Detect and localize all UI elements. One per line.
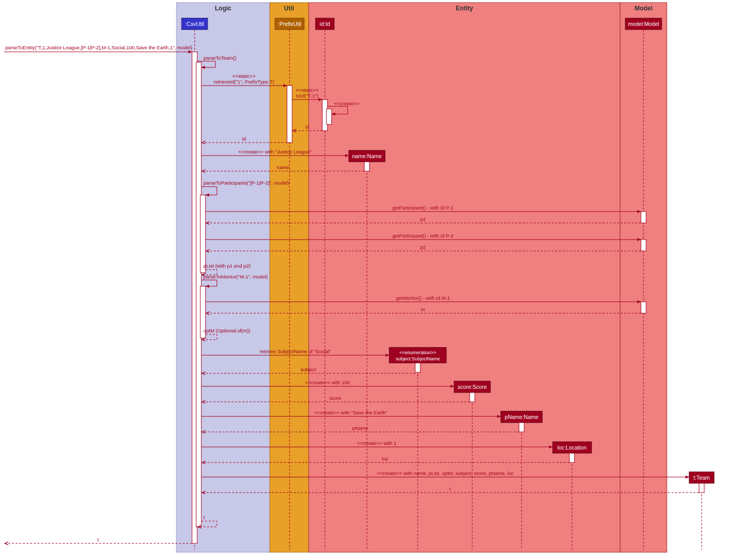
msg-ret-t2-label: t	[203, 514, 205, 520]
msg-ret-plist-label: pList (with p1 and p2)	[203, 263, 251, 269]
act-prefixutil	[287, 86, 292, 143]
participant-model-label: model:Model	[628, 21, 659, 27]
participant-score-label: score:Score	[458, 384, 487, 390]
participant-name-label: name:Name	[352, 153, 381, 159]
msg-ret-subject-label: subject	[300, 367, 316, 372]
region-util-label: Util	[284, 5, 294, 12]
msg-ret-optm-label: optM (Optional.of(m))	[203, 328, 250, 333]
msg-retrieve-id-stereo: <<static>>	[232, 73, 256, 79]
act-model-1	[641, 212, 646, 223]
msg-ret-name-label: name	[277, 164, 289, 170]
msg-ret-pname-label: pName	[352, 425, 368, 431]
msg-ret-loc-label: loc	[382, 456, 388, 461]
msg-ret-p2-label: p2	[420, 244, 426, 250]
msg-parse-mentor-label: parseToMentor("M-1", model)	[203, 274, 268, 279]
msg-get-p1-label: getParticipant() - with Id P-1	[392, 205, 454, 211]
msg-create-id-label: <<create>>	[334, 101, 360, 106]
msg-ret-p1-label: p1	[420, 216, 426, 222]
act-csvutil-parseparts	[200, 195, 206, 273]
act-model-2	[641, 240, 646, 251]
msg-ret-t1-label: t	[449, 486, 451, 492]
msg-create-score-label: <<create>> with 100	[305, 380, 350, 385]
msg-create-team-label: <<create>> with name, pList, optM, subje…	[377, 470, 514, 476]
act-loc	[569, 453, 574, 463]
msg-create-pname-label: <<create>> with "Save the Earth"	[314, 410, 387, 415]
participant-subject-label: subject:SubjectName	[395, 356, 440, 361]
participant-pname-label: pName:Name	[505, 414, 539, 420]
region-entity	[309, 3, 620, 552]
participant-team-label: t:Team	[693, 474, 710, 481]
msg-ret-final-label: t	[98, 537, 99, 542]
msg-ret-m-label: m	[421, 306, 425, 312]
msg-parse-to-entity-label: parseToEntity("T,1,Justice League,[P-1|P…	[5, 45, 192, 50]
msg-ret-id-2-label: id	[242, 136, 245, 142]
msg-parse-to-team-label: parseToTeam()	[203, 55, 236, 61]
participant-prefixutil-label: :PrefixUtil	[278, 21, 302, 27]
act-score	[470, 393, 475, 402]
msg-to-id-stereo: <<static>>	[296, 87, 319, 93]
msg-create-loc-label: <<create>> with 1	[357, 440, 396, 446]
participant-loc-label: loc:Location	[557, 444, 586, 451]
participant-csvutil-label: :CsvUtil	[185, 21, 204, 27]
region-entity-label: Entity	[456, 5, 473, 12]
msg-retrieve-id-label: retrieveId("1", PrefixType.T)	[214, 79, 275, 85]
participant-subject-stereo: <<enumeration>>	[399, 350, 436, 355]
act-team	[699, 483, 704, 493]
region-logic-label: Logic	[215, 5, 231, 12]
msg-ret-id-1-label: id	[305, 124, 309, 130]
act-pname	[519, 423, 524, 432]
participant-id-label: id:Id	[320, 21, 330, 27]
act-subject	[415, 363, 420, 372]
act-model-3	[641, 302, 646, 313]
msg-get-mentor-label: getMentor() - with Id M-1	[396, 295, 450, 301]
msg-create-name-label: <<create>> with "Justice League"	[238, 149, 311, 155]
msg-to-id-label: toId("T-1")	[296, 93, 319, 99]
msg-parse-participants-label: parseToParticipants("[P-1|P-2]", model)	[203, 180, 289, 186]
region-model-label: Model	[635, 5, 653, 12]
msg-get-p2-label: getParticipant() - with Id P-2	[392, 233, 454, 239]
msg-retrieve-subject-label: retrieve SubjectName of "Social"	[259, 348, 331, 354]
act-id-2	[326, 109, 332, 124]
msg-ret-score-label: score	[329, 395, 341, 401]
act-name	[364, 162, 369, 171]
